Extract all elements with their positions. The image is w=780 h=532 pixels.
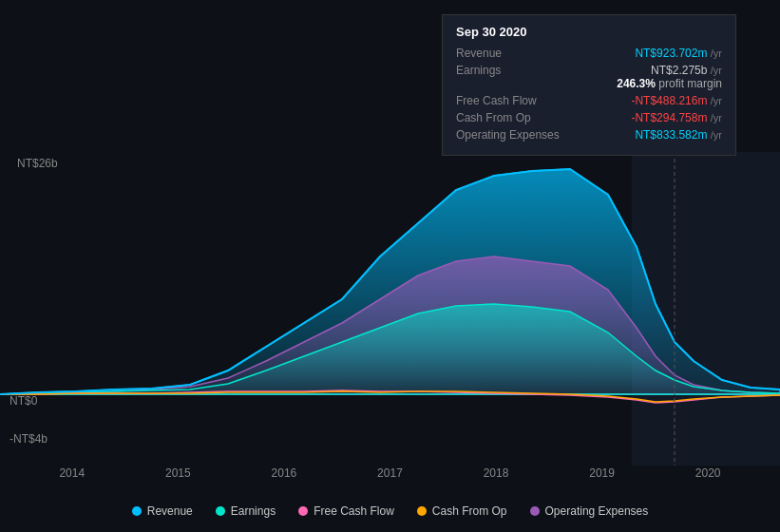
legend-item-cashfromop[interactable]: Cash From Op bbox=[417, 504, 507, 518]
x-label-2016: 2016 bbox=[272, 466, 297, 480]
tooltip-value-cashfromop: -NT$294.758m /yr bbox=[631, 111, 722, 124]
legend-label-fcf: Free Cash Flow bbox=[314, 504, 394, 518]
x-label-2018: 2018 bbox=[484, 466, 509, 480]
tooltip-label-cashfromop: Cash From Op bbox=[456, 111, 561, 124]
legend-dot-earnings bbox=[216, 506, 225, 516]
legend-label-cashfromop: Cash From Op bbox=[432, 504, 507, 518]
tooltip-label-opex: Operating Expenses bbox=[456, 128, 561, 142]
legend-label-revenue: Revenue bbox=[147, 504, 193, 518]
legend-item-opex[interactable]: Operating Expenses bbox=[530, 504, 649, 518]
tooltip-row-earnings: Earnings NT$2.275b /yr 246.3% profit mar… bbox=[456, 64, 722, 90]
x-label-2017: 2017 bbox=[377, 466, 403, 480]
tooltip-value-earnings: NT$2.275b /yr 246.3% profit margin bbox=[617, 64, 722, 90]
x-axis: 2014 2015 2016 2017 2018 2019 2020 bbox=[0, 466, 780, 480]
x-label-2019: 2019 bbox=[589, 466, 615, 480]
legend-item-earnings[interactable]: Earnings bbox=[216, 504, 276, 518]
legend: Revenue Earnings Free Cash Flow Cash Fro… bbox=[0, 504, 780, 518]
legend-dot-opex bbox=[530, 506, 540, 516]
tooltip: Sep 30 2020 Revenue NT$923.702m /yr Earn… bbox=[442, 14, 736, 156]
legend-item-revenue[interactable]: Revenue bbox=[132, 504, 193, 518]
tooltip-label-earnings: Earnings bbox=[456, 64, 561, 77]
x-label-2014: 2014 bbox=[59, 466, 85, 480]
tooltip-row-opex: Operating Expenses NT$833.582m /yr bbox=[456, 128, 722, 142]
legend-item-fcf[interactable]: Free Cash Flow bbox=[298, 504, 394, 518]
chart-svg bbox=[0, 152, 780, 466]
tooltip-value-revenue: NT$923.702m /yr bbox=[635, 47, 722, 60]
legend-label-earnings: Earnings bbox=[231, 504, 276, 518]
tooltip-row-fcf: Free Cash Flow -NT$488.216m /yr bbox=[456, 94, 722, 107]
chart-container: Sep 30 2020 Revenue NT$923.702m /yr Earn… bbox=[0, 0, 780, 532]
tooltip-row-cashfromop: Cash From Op -NT$294.758m /yr bbox=[456, 111, 722, 124]
tooltip-row-revenue: Revenue NT$923.702m /yr bbox=[456, 47, 722, 60]
x-label-2015: 2015 bbox=[165, 466, 191, 480]
tooltip-title: Sep 30 2020 bbox=[456, 25, 722, 39]
legend-label-opex: Operating Expenses bbox=[545, 504, 649, 518]
tooltip-label-revenue: Revenue bbox=[456, 47, 561, 60]
tooltip-label-fcf: Free Cash Flow bbox=[456, 94, 561, 107]
tooltip-value-fcf: -NT$488.216m /yr bbox=[631, 94, 722, 107]
tooltip-value-opex: NT$833.582m /yr bbox=[635, 128, 722, 142]
legend-dot-revenue bbox=[132, 506, 142, 516]
x-label-2020: 2020 bbox=[695, 466, 721, 480]
legend-dot-cashfromop bbox=[417, 506, 427, 516]
legend-dot-fcf bbox=[298, 506, 308, 516]
